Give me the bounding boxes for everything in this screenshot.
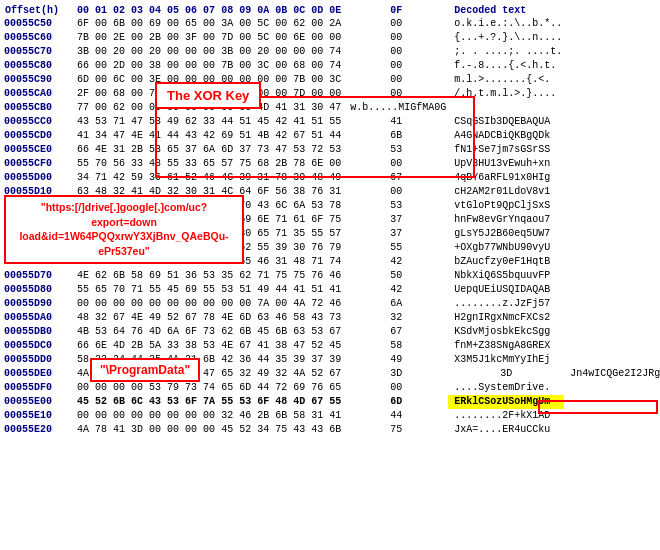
hex-cell: 34 [254, 423, 272, 437]
offset-cell: 00055E00 [2, 395, 74, 409]
hex-cell: 41 [344, 115, 448, 129]
hex-cell: 00 [92, 101, 110, 115]
hex-cell: 6E [308, 157, 326, 171]
hex-cell: 3A [218, 17, 236, 31]
hex-cell: 2A [326, 17, 344, 31]
hex-cell: 62 [218, 325, 236, 339]
hex-cell: 44 [272, 283, 290, 297]
hex-cell: 00 [146, 423, 164, 437]
hex-cell: 57 [326, 227, 344, 241]
hex-cell: 6D [236, 311, 254, 325]
hex-cell: 65 [200, 157, 218, 171]
hex-cell: 32 [344, 311, 448, 325]
hex-cell: 2B [254, 409, 272, 423]
hex-cell: 6C [128, 395, 146, 409]
hex-cell: 00 [182, 297, 200, 311]
hex-cell: 6B [110, 17, 128, 31]
hex-cell: 65 [92, 283, 110, 297]
hex-cell: 00 [164, 45, 182, 59]
hex-cell: 42 [344, 255, 448, 269]
hex-cell: 65 [164, 143, 182, 157]
hex-cell: 45 [74, 395, 92, 409]
hex-cell: 44 [164, 129, 182, 143]
hex-cell: 38 [290, 185, 308, 199]
hex-cell: 00 [308, 17, 326, 31]
hex-cell: 00 [272, 59, 290, 73]
hex-cell: 6B [272, 325, 290, 339]
hex-cell: 00 [272, 297, 290, 311]
hex-cell: 65 [254, 227, 272, 241]
hex-cell: 38 [146, 59, 164, 73]
decoded-cell: m.l.>.......{.<. [448, 73, 564, 87]
hex-cell: 4E [74, 269, 92, 283]
hex-cell: 31 [254, 171, 272, 185]
hex-cell: 6A [290, 199, 308, 213]
col-header-06: 06 [182, 4, 200, 17]
hex-cell: 31 [110, 143, 128, 157]
hex-cell: 00 [182, 59, 200, 73]
hex-cell: 55 [326, 115, 344, 129]
hex-cell: 43 [182, 129, 200, 143]
table-row: 00055CB0770062000000000000004D41313047w.… [2, 101, 660, 115]
hex-cell: 7B [290, 73, 308, 87]
hex-cell: 00 [308, 31, 326, 45]
hex-cell: 6E [290, 31, 308, 45]
hex-cell: 00 [92, 409, 110, 423]
hex-cell: 53 [200, 339, 218, 353]
hex-cell: 47 [200, 367, 218, 381]
hex-cell: 00 [128, 297, 146, 311]
hex-cell: 42 [200, 129, 218, 143]
hex-cell: 00 [92, 59, 110, 73]
hex-cell: 00 [182, 409, 200, 423]
decoded-header: Decoded text [448, 4, 564, 17]
hex-cell: 62 [110, 101, 128, 115]
col-header-03: 03 [128, 4, 146, 17]
hex-cell: 4A [74, 423, 92, 437]
hex-cell: 00 [164, 59, 182, 73]
hex-cell: 55 [200, 283, 218, 297]
hex-cell: 4E [128, 129, 146, 143]
offset-cell: 00055CE0 [2, 143, 74, 157]
hex-cell: 74 [200, 381, 218, 395]
hex-cell: 49 [344, 353, 448, 367]
hex-cell: 41 [326, 283, 344, 297]
hex-cell: 68 [110, 87, 128, 101]
offset-cell: 00055C90 [2, 73, 74, 87]
hex-cell: 64 [110, 325, 128, 339]
hex-cell: 78 [290, 157, 308, 171]
hex-cell: 00 [182, 423, 200, 437]
hex-cell: 00 [326, 157, 344, 171]
hex-cell: 2B [128, 143, 146, 157]
hex-cell: 47 [326, 101, 344, 115]
hex-cell: 00 [128, 31, 146, 45]
table-row: 00055C506F006B00690065003A005C0062002A00… [2, 17, 660, 31]
hex-cell: 67 [326, 367, 344, 381]
hex-cell: 79 [164, 381, 182, 395]
hex-cell: 69 [146, 17, 164, 31]
hex-cell: 52 [182, 171, 200, 185]
decoded-cell: NbkXiQ6S5bquuvFP [448, 269, 564, 283]
hex-cell: 00 [74, 381, 92, 395]
hex-cell: 53 [146, 381, 164, 395]
hex-cell: 00 [272, 31, 290, 45]
hex-cell: 00 [308, 45, 326, 59]
hex-cell: 70 [92, 157, 110, 171]
hex-cell: 55 [308, 227, 326, 241]
hex-cell: 48 [272, 395, 290, 409]
table-row: 00055CC043537147534962334451454241515541… [2, 115, 660, 129]
hex-cell: 00 [344, 185, 448, 199]
hex-cell: 53 [308, 325, 326, 339]
hex-cell: 20 [146, 45, 164, 59]
hex-cell: 5A [146, 339, 164, 353]
hex-cell: 00 [200, 59, 218, 73]
hex-cell: 35 [290, 227, 308, 241]
decoded-cell: vtGloPt9QpCljSxS [448, 199, 564, 213]
decoded-cell: UpV3HU13vEwuh+xn [448, 157, 564, 171]
hex-cell: 6C [110, 73, 128, 87]
hex-cell: 46 [236, 409, 254, 423]
hex-cell: 58 [128, 269, 146, 283]
hex-cell: 78 [272, 171, 290, 185]
hex-cell: 41 [290, 283, 308, 297]
hex-cell: 00 [92, 73, 110, 87]
hex-cell: 45 [218, 423, 236, 437]
